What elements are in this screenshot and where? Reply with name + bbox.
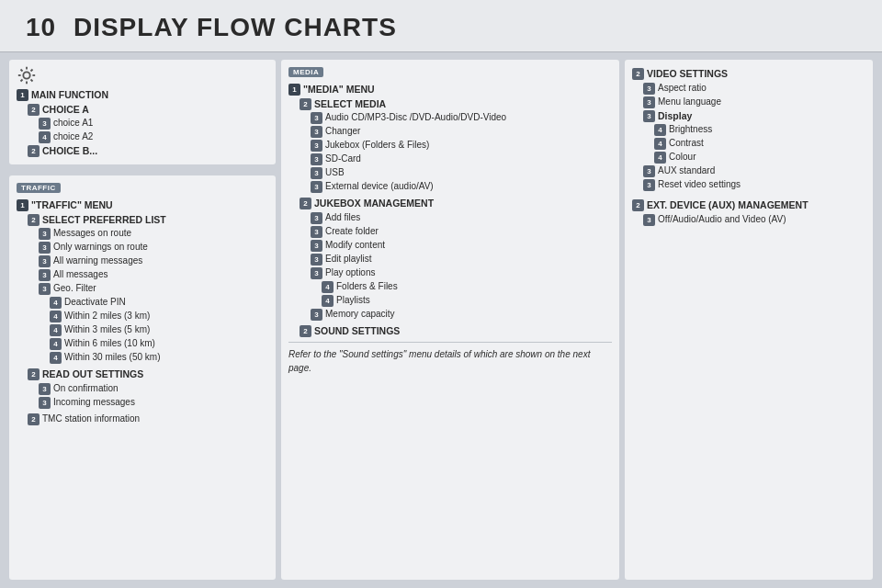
list-item: 3 Memory capacity <box>311 308 612 321</box>
list-item: 2 TMC station information <box>28 413 268 425</box>
main-func-header <box>17 65 268 85</box>
divider <box>288 342 612 343</box>
list-item: 4 Folders & Files <box>322 280 612 293</box>
svg-line-6 <box>30 79 32 81</box>
list-item: 3 External device (audio/AV) <box>311 180 612 193</box>
list-item: 2 CHOICE A <box>28 103 268 117</box>
list-item: 3 On confirmation <box>39 382 268 395</box>
svg-point-0 <box>23 72 29 78</box>
list-item: 3 All messages <box>39 268 268 281</box>
chapter-number: 10 <box>26 13 56 41</box>
list-item: 3 Audio CD/MP3-Disc /DVD-Audio/DVD-Video <box>311 111 612 124</box>
video-panel: 2 VIDEO SETTINGS 3 Aspect ratio 3 Menu l… <box>625 60 873 580</box>
list-item: 4 Playlists <box>322 294 612 307</box>
list-item: 3 All warning messages <box>39 254 268 267</box>
page-title: 10 DISPLAY FLOW CHARTS <box>26 13 397 41</box>
list-item: 3 Menu language <box>643 96 865 108</box>
sun-icon <box>17 65 37 85</box>
list-item: 3 Edit playlist <box>311 253 612 266</box>
list-item: 3 USB <box>311 166 612 179</box>
list-item: 2 CHOICE B... <box>28 144 268 158</box>
traffic-tag: TRAFFIC <box>17 183 61 193</box>
list-item: 3 Create folder <box>311 225 612 238</box>
list-item: 3 Display <box>643 109 865 123</box>
svg-line-7 <box>30 69 32 71</box>
main-function-box: 1 MAIN FUNCTION 2 CHOICE A 3 choice A1 4… <box>9 60 276 164</box>
list-item: 4 Within 30 miles (50 km) <box>50 351 268 364</box>
page-container: 10 DISPLAY FLOW CHARTS <box>0 0 882 588</box>
list-item: 2 VIDEO SETTINGS <box>632 67 865 81</box>
list-item: 3 Off/Audio/Audio and Video (AV) <box>643 213 865 226</box>
list-item: 1 "TRAFFIC" MENU <box>17 198 268 212</box>
list-item: 3 AUX standard <box>643 164 865 177</box>
svg-line-5 <box>20 69 22 71</box>
list-item: 3 Messages on route <box>39 227 268 240</box>
list-item: 4 choice A2 <box>39 130 268 143</box>
list-item: 3 SD-Card <box>311 153 612 165</box>
header-bar: 10 DISPLAY FLOW CHARTS <box>0 0 882 52</box>
list-item: 3 choice A1 <box>39 117 268 130</box>
list-item: 4 Brightness <box>654 123 865 136</box>
list-item: 2 SELECT PREFERRED LIST <box>28 213 268 227</box>
list-item: 1 "MEDIA" MENU <box>288 83 612 96</box>
list-item: 3 Add files <box>311 211 612 224</box>
list-item: 4 Within 6 miles (10 km) <box>50 337 268 350</box>
list-item: 2 READ OUT SETTINGS <box>28 368 268 381</box>
svg-line-8 <box>20 79 22 81</box>
list-item: 3 Only warnings on route <box>39 241 268 254</box>
list-item: 3 Geo. Filter <box>39 282 268 295</box>
list-item: 2 SOUND SETTINGS <box>300 324 612 338</box>
list-item: 4 Within 3 miles (5 km) <box>50 323 268 336</box>
media-tag: MEDIA <box>288 67 323 77</box>
list-item: 3 Reset video settings <box>643 178 865 191</box>
list-item: 2 EXT. DEVICE (AUX) MANAGEMENT <box>632 198 865 212</box>
media-panel: MEDIA 1 "MEDIA" MENU 2 SELECT MEDIA 3 Au… <box>281 60 619 580</box>
list-item: 3 Jukebox (Folders & Files) <box>311 139 612 152</box>
chapter-title: DISPLAY FLOW CHARTS <box>74 13 397 41</box>
list-item: 1 MAIN FUNCTION <box>17 88 268 102</box>
traffic-panel: TRAFFIC 1 "TRAFFIC" MENU 2 SELECT PREFER… <box>9 175 276 580</box>
list-item: 3 Changer <box>311 125 612 138</box>
list-item: 2 SELECT MEDIA <box>300 97 612 111</box>
list-item: 3 Aspect ratio <box>643 82 865 95</box>
left-column: 1 MAIN FUNCTION 2 CHOICE A 3 choice A1 4… <box>9 60 276 580</box>
list-item: 4 Within 2 miles (3 km) <box>50 310 268 322</box>
list-item: 3 Modify content <box>311 239 612 252</box>
list-item: 4 Colour <box>654 151 865 164</box>
list-item: 4 Contrast <box>654 137 865 150</box>
list-item: 3 Play options <box>311 266 612 279</box>
list-item: 2 JUKEBOX MANAGEMENT <box>300 197 612 210</box>
content-area: 1 MAIN FUNCTION 2 CHOICE A 3 choice A1 4… <box>0 52 882 587</box>
list-item: 3 Incoming messages <box>39 396 268 409</box>
refer-text: Refer to the "Sound settings" menu detai… <box>288 347 612 375</box>
list-item: 4 Deactivate PIN <box>50 296 268 309</box>
